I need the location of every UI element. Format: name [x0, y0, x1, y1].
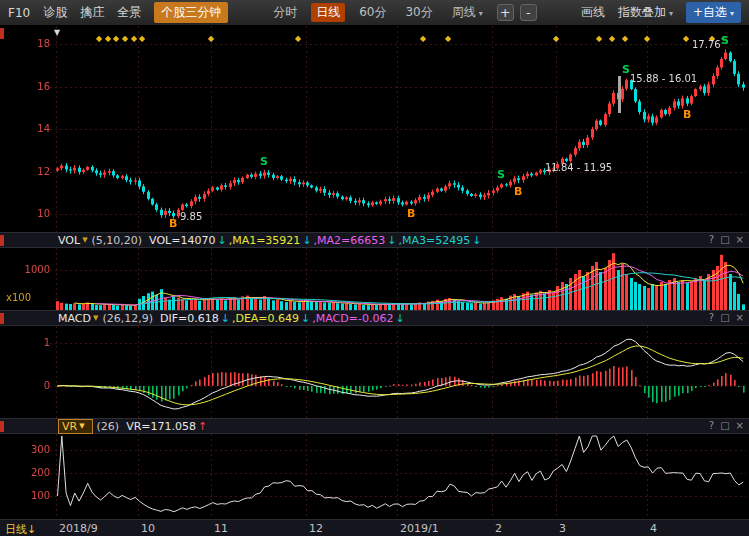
indicator-value: VOL=14070 [149, 234, 215, 247]
indicator-value: ,MA1=35921 [229, 234, 301, 247]
x-axis-month-label: 11 [214, 522, 228, 535]
period-dropdown[interactable]: 周线▾ [447, 3, 488, 22]
help-icon[interactable]: ? [709, 312, 714, 323]
buy-signal-marker: B [683, 109, 691, 120]
vol-values: VOL=14070↓,MA1=35921↓,MA2=66653↓,MA3=524… [149, 234, 483, 247]
period-dropdown-label: 周线 [452, 5, 476, 19]
x-axis-bar: 日线↓ 2018/91011122019/1234 [0, 519, 749, 536]
y-axis-tick: 12 [22, 166, 50, 178]
volume-panel: 1000x100 [0, 248, 749, 310]
close-icon[interactable]: × [736, 420, 744, 431]
macd-params: (26,12,9) [102, 312, 153, 325]
diamond-marker-icon: ◆ [644, 35, 650, 43]
help-icon[interactable]: ? [709, 420, 714, 431]
y-axis-tick: 0 [22, 380, 50, 392]
toolbar-nav-item-0[interactable]: F10 [8, 6, 30, 20]
trend-down-arrow-icon: ↓ [302, 234, 311, 247]
macd-panel: 10 [0, 326, 749, 418]
period-tab-group: 分时日线60分30分 [268, 3, 447, 22]
diamond-marker-icon: ◆ [122, 35, 128, 43]
vr-panel-header: VR▼ (26) VR=171.058↑ ?□× [0, 418, 749, 434]
y-axis-tick: 300 [22, 444, 50, 456]
toolbar-nav-item-3[interactable]: 全景 [117, 4, 141, 21]
draw-line-button[interactable]: 画线 [581, 4, 605, 21]
vr-indicator-title[interactable]: VR▼ [58, 419, 93, 434]
vol-panel-header: VOL▼ (5,10,20) VOL=14070↓,MA1=35921↓,MA2… [0, 232, 749, 248]
y-axis-tick: 1000 [22, 264, 50, 276]
diamond-marker-icon: ◆ [96, 35, 102, 43]
chevron-down-icon: ▾ [479, 9, 483, 18]
panel-left-notch [0, 235, 4, 246]
close-icon[interactable]: × [736, 312, 744, 323]
zoom-out-button[interactable]: - [520, 4, 537, 21]
add-watchlist-button[interactable]: +自选▾ [686, 2, 741, 23]
close-icon[interactable]: × [736, 234, 744, 245]
maximize-icon[interactable]: □ [720, 234, 729, 245]
vr-title-label: VR [62, 420, 77, 433]
main-chart-canvas[interactable] [0, 26, 749, 232]
period-tab-3[interactable]: 30分 [400, 3, 437, 22]
main-candlestick-panel: ▼ 1816141210◆◆◆◆◆◆◆◆◆◆◆◆◆◆◆◆◆◆SSSSBBBB17… [0, 26, 749, 232]
price-annotation: 17.76 [692, 40, 721, 50]
vr-chart-canvas[interactable] [0, 434, 749, 519]
diamond-marker-icon: ◆ [139, 35, 145, 43]
vr-values: VR=171.058↑ [126, 420, 209, 433]
indicator-value: ,MA3=52495 [399, 234, 471, 247]
y-axis-tick: 14 [22, 123, 50, 135]
period-tab-0[interactable]: 分时 [268, 3, 302, 22]
toolbar-nav-item-1[interactable]: 诊股 [43, 4, 67, 21]
diamond-marker-icon: ◆ [553, 35, 559, 43]
macd-values: DIF=0.618↓,DEA=0.649↓,MACD=-0.062↓ [160, 312, 407, 325]
maximize-icon[interactable]: □ [720, 420, 729, 431]
indicator-value: ,DEA=0.649 [232, 312, 299, 325]
panel-left-notch [0, 313, 4, 324]
y-axis-tick: 100 [22, 490, 50, 502]
vol-params: (5,10,20) [92, 234, 143, 247]
maximize-icon[interactable]: □ [720, 312, 729, 323]
chevron-down-icon: ▾ [730, 9, 734, 18]
chevron-down-icon: ▼ [93, 314, 98, 322]
x-axis-period-label[interactable]: 日线↓ [5, 522, 36, 536]
help-icon[interactable]: ? [709, 234, 714, 245]
sell-signal-marker: S [721, 35, 729, 46]
panel-left-notch [0, 28, 4, 39]
toolbar-nav-item-2[interactable]: 擒庄 [80, 4, 104, 21]
volume-chart-canvas[interactable] [0, 248, 749, 310]
volume-unit-label: x100 [6, 292, 31, 303]
x-axis-month-label: 2019/1 [400, 522, 439, 535]
index-overlay-button[interactable]: 指数叠加▾ [618, 4, 673, 21]
diamond-marker-icon: ◆ [420, 35, 426, 43]
indicator-value: ,MACD=-0.062 [312, 312, 393, 325]
price-annotation: 11.84 - 11.95 [545, 163, 612, 173]
y-axis-tick: 10 [22, 208, 50, 220]
toolbar-nav-group: F10诊股擒庄全景 [8, 4, 154, 21]
x-axis-month-label: 4 [650, 522, 657, 535]
indicator-value: DIF=0.618 [160, 312, 219, 325]
period-tab-1[interactable]: 日线 [311, 3, 345, 22]
chevron-down-icon: ▼ [79, 422, 84, 430]
diamond-marker-icon: ◆ [609, 35, 615, 43]
macd-indicator-title[interactable]: MACD▼ [58, 312, 102, 325]
diamond-marker-icon: ◆ [295, 35, 301, 43]
trend-down-arrow-icon: ↓ [301, 312, 310, 325]
period-tab-2[interactable]: 60分 [354, 3, 391, 22]
chart-corner-dropdown[interactable]: ▼ [54, 28, 60, 37]
stock-app-window: { "icons": {"dropdown_caret":"▾","indica… [0, 0, 749, 536]
trend-down-arrow-icon: ↓ [221, 312, 230, 325]
diamond-marker-icon: ◆ [113, 35, 119, 43]
panel-window-controls: ?□× [709, 234, 744, 245]
stock-3min-button[interactable]: 个股三分钟 [154, 2, 228, 23]
vr-panel: 300200100 [0, 434, 749, 519]
y-axis-tick: 16 [22, 81, 50, 93]
diamond-marker-icon: ◆ [131, 35, 137, 43]
vol-indicator-title[interactable]: VOL▼ [58, 234, 92, 247]
chevron-down-icon: ▼ [82, 236, 87, 244]
add-watchlist-label: +自选 [693, 5, 727, 19]
diamond-marker-icon: ◆ [622, 35, 628, 43]
chevron-down-icon: ▾ [669, 9, 673, 18]
zoom-in-button[interactable]: + [497, 4, 514, 21]
x-axis-month-label: 3 [559, 522, 566, 535]
macd-chart-canvas[interactable] [0, 326, 749, 418]
index-overlay-label: 指数叠加 [618, 5, 666, 19]
indicator-value: ,MA2=66653 [314, 234, 386, 247]
